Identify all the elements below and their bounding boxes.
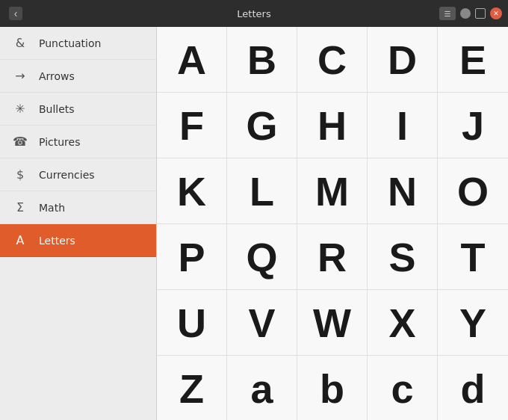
titlebar-left: ‹: [6, 7, 22, 20]
sigma-icon: Σ: [12, 200, 28, 214]
dollar-icon: $: [12, 167, 28, 182]
char-cell[interactable]: P: [157, 224, 227, 290]
char-cell[interactable]: Z: [157, 356, 227, 420]
char-cell[interactable]: E: [438, 27, 508, 93]
sidebar-item-label: Pictures: [39, 136, 80, 148]
sidebar-item-label: Punctuation: [39, 37, 101, 49]
sidebar-item-punctuation[interactable]: &Punctuation: [0, 27, 156, 60]
char-cell[interactable]: W: [297, 290, 368, 356]
sidebar-item-label: Bullets: [39, 103, 75, 115]
minimize-button[interactable]: [460, 8, 471, 19]
char-cell[interactable]: O: [438, 158, 508, 224]
char-cell[interactable]: b: [297, 356, 368, 420]
char-cell[interactable]: J: [438, 93, 508, 158]
char-cell[interactable]: B: [227, 27, 297, 93]
sidebar-item-math[interactable]: ΣMath: [0, 191, 156, 224]
sidebar-item-label: Currencies: [39, 169, 95, 181]
titlebar: ‹ Letters ☰ ✕: [0, 0, 508, 27]
chars-area[interactable]: ABCDEFGHIJKLMNOPQRSTUVWXYZabcd: [157, 27, 508, 420]
char-cell[interactable]: H: [297, 93, 368, 158]
back-icon: ‹: [14, 7, 18, 19]
sidebar-item-label: Math: [39, 202, 65, 214]
char-cell[interactable]: D: [368, 27, 438, 93]
char-cell[interactable]: a: [227, 356, 297, 420]
char-cell[interactable]: M: [297, 158, 368, 224]
sidebar-item-bullets[interactable]: ✳Bullets: [0, 93, 156, 126]
char-cell[interactable]: C: [297, 27, 368, 93]
char-cell[interactable]: d: [438, 356, 508, 420]
sidebar: &Punctuation→Arrows✳Bullets☎Pictures$Cur…: [0, 27, 157, 420]
letter-a-icon: A: [12, 233, 28, 247]
char-cell[interactable]: F: [157, 93, 227, 158]
sidebar-item-currencies[interactable]: $Currencies: [0, 158, 156, 191]
sidebar-item-letters[interactable]: ALetters: [0, 224, 156, 257]
char-cell[interactable]: R: [297, 224, 368, 290]
close-icon: ✕: [493, 10, 499, 17]
char-cell[interactable]: T: [438, 224, 508, 290]
ampersand-icon: &: [12, 36, 28, 50]
char-cell[interactable]: Y: [438, 290, 508, 356]
char-cell[interactable]: I: [368, 93, 438, 158]
menu-icon: ☰: [444, 10, 451, 18]
window-title: Letters: [237, 8, 270, 19]
main-content: &Punctuation→Arrows✳Bullets☎Pictures$Cur…: [0, 27, 508, 420]
sidebar-item-label: Arrows: [39, 70, 75, 82]
char-cell[interactable]: V: [227, 290, 297, 356]
char-cell[interactable]: S: [368, 224, 438, 290]
chars-grid: ABCDEFGHIJKLMNOPQRSTUVWXYZabcd: [157, 27, 508, 420]
close-button[interactable]: ✕: [490, 7, 502, 19]
char-cell[interactable]: X: [368, 290, 438, 356]
phone-icon: ☎: [12, 135, 28, 149]
char-cell[interactable]: U: [157, 290, 227, 356]
asterisk-icon: ✳: [12, 102, 28, 116]
arrow-icon: →: [12, 69, 28, 83]
window-controls: ☰ ✕: [439, 7, 502, 20]
char-cell[interactable]: A: [157, 27, 227, 93]
char-cell[interactable]: K: [157, 158, 227, 224]
menu-button[interactable]: ☰: [439, 7, 456, 20]
sidebar-item-pictures[interactable]: ☎Pictures: [0, 126, 156, 158]
maximize-button[interactable]: [475, 8, 486, 19]
sidebar-item-arrows[interactable]: →Arrows: [0, 60, 156, 93]
char-cell[interactable]: c: [368, 356, 438, 420]
sidebar-item-label: Letters: [39, 235, 75, 247]
back-button[interactable]: ‹: [9, 7, 22, 20]
char-cell[interactable]: Q: [227, 224, 297, 290]
char-cell[interactable]: L: [227, 158, 297, 224]
char-cell[interactable]: N: [368, 158, 438, 224]
char-cell[interactable]: G: [227, 93, 297, 158]
